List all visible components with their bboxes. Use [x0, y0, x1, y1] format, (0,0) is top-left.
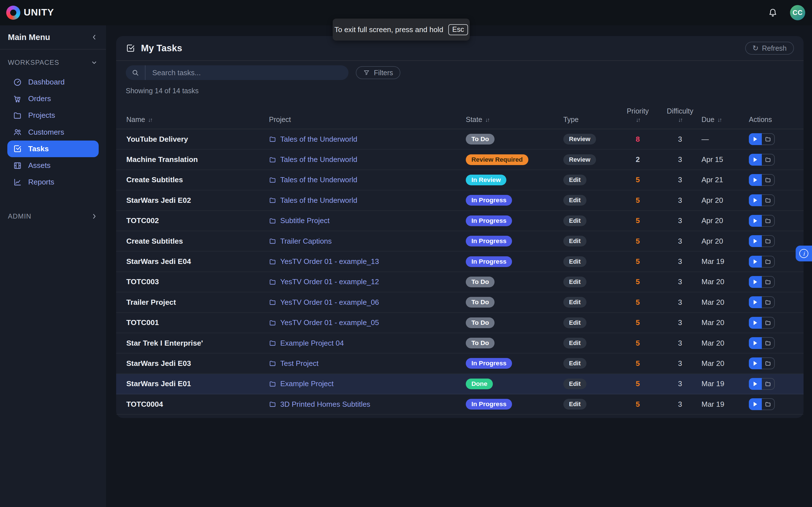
priority-value: 5: [612, 298, 663, 307]
table-row[interactable]: Create Subtitles Tales of the Underworld…: [116, 170, 804, 190]
table-row[interactable]: YouTube Delivery Tales of the Underworld…: [116, 129, 804, 150]
filters-label: Filters: [374, 69, 393, 77]
column-header-state[interactable]: State↓↑: [466, 115, 563, 124]
sidebar-item-reports[interactable]: Reports: [7, 174, 99, 190]
table-row[interactable]: StarWars Jedi E02 Tales of the Underworl…: [116, 190, 804, 211]
project-link[interactable]: 3D Printed Homes Subtitles: [269, 400, 466, 409]
table-row[interactable]: TOTC002 Subtitle Project In Progress Edi…: [116, 211, 804, 231]
table-row[interactable]: StarWars Jedi E04 YesTV Order 01 - examp…: [116, 251, 804, 272]
priority-value: 5: [612, 318, 663, 327]
play-task-button[interactable]: [749, 256, 762, 268]
play-task-button[interactable]: [749, 398, 762, 410]
project-link[interactable]: Example Project: [269, 379, 466, 388]
table-row[interactable]: TOTC003 YesTV Order 01 - example_12 To D…: [116, 272, 804, 292]
sort-icon: ↓↑: [717, 116, 721, 124]
notifications-bell-icon[interactable]: [767, 7, 778, 18]
project-link[interactable]: Tales of the Underworld: [269, 175, 466, 184]
table-row[interactable]: StarWars Jedi E03 Test Project In Progre…: [116, 353, 804, 374]
table-row[interactable]: StarWars Jedi E01 Example Project Done E…: [116, 374, 804, 394]
column-header-priority[interactable]: Priority↓↑: [612, 107, 663, 124]
filters-button[interactable]: Filters: [356, 66, 400, 79]
project-link[interactable]: Tales of the Underworld: [269, 155, 466, 164]
play-task-button[interactable]: [749, 194, 762, 206]
folder-icon: [765, 279, 771, 285]
open-folder-button[interactable]: [762, 235, 775, 247]
open-folder-button[interactable]: [762, 256, 775, 268]
difficulty-value: 3: [663, 277, 697, 286]
sidebar-item-customers[interactable]: Customers: [7, 124, 99, 140]
open-folder-button[interactable]: [762, 357, 775, 369]
play-icon: [753, 218, 758, 224]
play-task-button[interactable]: [749, 174, 762, 186]
project-name: YesTV Order 01 - example_05: [280, 318, 379, 327]
project-name: Tales of the Underworld: [280, 175, 357, 184]
folder-icon: [269, 217, 276, 224]
open-folder-button[interactable]: [762, 133, 775, 145]
project-link[interactable]: Test Project: [269, 359, 466, 368]
project-link[interactable]: Example Project 04: [269, 339, 466, 348]
project-link[interactable]: Tales of the Underworld: [269, 135, 466, 144]
column-header-difficulty[interactable]: Difficulty↓↑: [663, 107, 697, 124]
unity-logo-icon[interactable]: [6, 6, 20, 20]
search-input[interactable]: [146, 68, 349, 77]
open-folder-button[interactable]: [762, 154, 775, 166]
open-folder-button[interactable]: [762, 337, 775, 349]
sidebar-item-assets[interactable]: Assets: [7, 157, 99, 174]
open-folder-button[interactable]: [762, 398, 775, 410]
user-avatar[interactable]: CC: [790, 5, 805, 20]
type-badge: Edit: [563, 175, 587, 185]
task-actions: [749, 317, 775, 329]
column-header-project[interactable]: Project: [269, 115, 466, 124]
open-folder-button[interactable]: [762, 276, 775, 288]
column-header-due[interactable]: Due↓↑: [697, 115, 749, 124]
play-task-button[interactable]: [749, 337, 762, 349]
open-folder-button[interactable]: [762, 174, 775, 186]
project-name: 3D Printed Homes Subtitles: [280, 400, 370, 409]
table-row[interactable]: Machine Translation Tales of the Underwo…: [116, 150, 804, 170]
due-date: Apr 20: [697, 196, 749, 205]
workspaces-section-header[interactable]: WORKSPACES: [0, 52, 106, 73]
play-task-button[interactable]: [749, 276, 762, 288]
play-task-button[interactable]: [749, 154, 762, 166]
task-actions: [749, 276, 775, 288]
play-task-button[interactable]: [749, 357, 762, 369]
open-folder-button[interactable]: [762, 317, 775, 329]
play-task-button[interactable]: [749, 133, 762, 145]
admin-section-header[interactable]: ADMIN: [0, 206, 106, 226]
column-header-name[interactable]: Name↓↑: [126, 115, 269, 124]
collapse-sidebar-chevron-left-icon[interactable]: [90, 33, 98, 41]
project-link[interactable]: YesTV Order 01 - example_13: [269, 257, 466, 266]
project-link[interactable]: YesTV Order 01 - example_12: [269, 277, 466, 286]
project-link[interactable]: Trailer Captions: [269, 237, 466, 245]
project-link[interactable]: YesTV Order 01 - example_06: [269, 298, 466, 307]
info-tab-button[interactable]: i: [796, 245, 812, 262]
sidebar-item-dashboard[interactable]: Dashboard: [7, 74, 99, 91]
sidebar-item-projects[interactable]: Projects: [7, 107, 99, 124]
column-header-type[interactable]: Type: [563, 115, 612, 124]
play-task-button[interactable]: [749, 378, 762, 390]
table-row[interactable]: Create Subtitles Trailer Captions In Pro…: [116, 231, 804, 251]
sidebar-item-tasks[interactable]: Tasks: [7, 140, 99, 157]
open-folder-button[interactable]: [762, 215, 775, 227]
chart-icon: [13, 178, 22, 187]
play-task-button[interactable]: [749, 215, 762, 227]
sort-icon: ↓↑: [485, 116, 489, 124]
refresh-button[interactable]: ↻ Refresh: [745, 42, 794, 55]
folder-icon: [269, 319, 276, 327]
table-row[interactable]: TOTC001 YesTV Order 01 - example_05 To D…: [116, 313, 804, 333]
open-folder-button[interactable]: [762, 378, 775, 390]
open-folder-button[interactable]: [762, 194, 775, 206]
play-icon: [753, 259, 758, 265]
table-row[interactable]: TOTC0004 3D Printed Homes Subtitles In P…: [116, 394, 804, 414]
project-link[interactable]: YesTV Order 01 - example_05: [269, 318, 466, 327]
sidebar-item-orders[interactable]: Orders: [7, 91, 99, 107]
project-link[interactable]: Subtitle Project: [269, 216, 466, 225]
play-task-button[interactable]: [749, 296, 762, 308]
table-row[interactable]: Star Trek I Enterprise' Example Project …: [116, 333, 804, 353]
play-task-button[interactable]: [749, 235, 762, 247]
table-row[interactable]: Trailer Project YesTV Order 01 - example…: [116, 292, 804, 313]
check-square-icon: [126, 43, 135, 53]
play-task-button[interactable]: [749, 317, 762, 329]
open-folder-button[interactable]: [762, 296, 775, 308]
project-link[interactable]: Tales of the Underworld: [269, 196, 466, 205]
